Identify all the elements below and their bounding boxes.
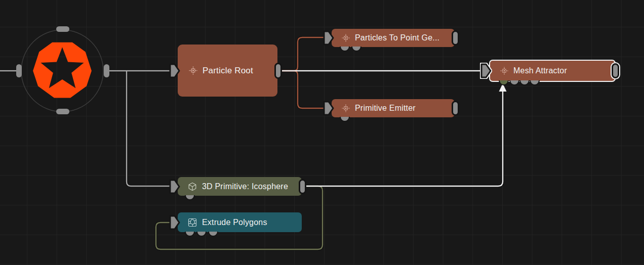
node-label: Mesh Attractor [513, 66, 567, 75]
particles-icon [500, 67, 508, 75]
node-primitive-emitter[interactable]: Primitive Emitter [332, 99, 455, 117]
output-handle[interactable] [452, 30, 459, 46]
particles-icon [342, 34, 350, 42]
node-mesh-attractor[interactable]: Mesh Attractor [489, 60, 616, 82]
output-handle[interactable] [274, 63, 282, 79]
node-graph-canvas[interactable]: Particle Root Particles To Point Ge... [0, 0, 644, 265]
input-handle[interactable] [169, 179, 181, 195]
logo-port-left[interactable] [16, 64, 22, 77]
input-handle[interactable] [480, 63, 492, 79]
particles-icon [342, 104, 350, 112]
node-particle-root[interactable]: Particle Root [178, 45, 277, 97]
cube-icon [188, 182, 197, 191]
logo-port-right[interactable] [104, 64, 109, 77]
logo-port-bottom[interactable] [56, 109, 69, 114]
node-label: Extrude Polygons [202, 218, 267, 227]
star-logo[interactable] [19, 28, 105, 114]
particles-icon [189, 66, 197, 75]
node-extrude-polygons[interactable]: Extrude Polygons [178, 212, 302, 232]
output-handle[interactable] [452, 101, 459, 116]
input-handle[interactable] [323, 30, 335, 46]
output-handle[interactable] [612, 63, 619, 78]
node-label: Primitive Emitter [355, 104, 416, 113]
node-label: 3D Primitive: Icosphere [202, 182, 288, 191]
logo-port-top[interactable] [56, 26, 69, 32]
extrude-polygons-icon [188, 218, 197, 227]
node-label: Particle Root [203, 66, 253, 76]
star-gear-icon [33, 42, 92, 98]
input-handle[interactable] [323, 100, 335, 116]
node-label: Particles To Point Ge... [355, 33, 439, 42]
node-particles-to-point[interactable]: Particles To Point Ge... [332, 29, 455, 47]
connection-logo-to-icosphere[interactable] [127, 71, 177, 186]
input-handle[interactable] [169, 63, 181, 79]
node-3d-primitive-icosphere[interactable]: 3D Primitive: Icosphere [178, 177, 302, 196]
output-handle[interactable] [299, 179, 306, 194]
input-handle[interactable] [169, 214, 181, 231]
